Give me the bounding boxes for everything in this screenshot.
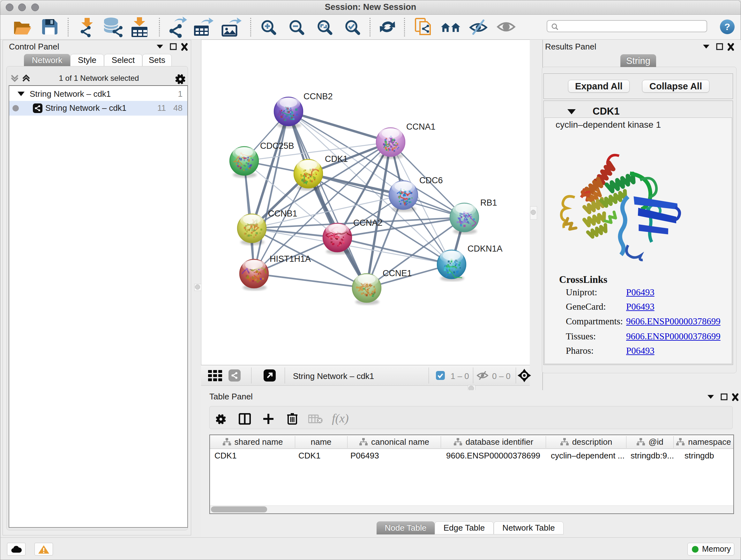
svg-text:CCNE1: CCNE1	[383, 268, 412, 278]
svg-text:CCNA1: CCNA1	[406, 122, 435, 132]
svg-text:CCNA2: CCNA2	[353, 218, 383, 228]
svg-text:CCNB1: CCNB1	[268, 209, 297, 219]
svg-text:CDKN1A: CDKN1A	[468, 244, 502, 253]
svg-text:RB1: RB1	[480, 198, 497, 207]
svg-text:CDC25B: CDC25B	[260, 141, 294, 151]
svg-text:CDC6: CDC6	[419, 176, 443, 185]
svg-text:CDK1: CDK1	[325, 154, 348, 164]
svg-text:CCNB2: CCNB2	[304, 91, 333, 101]
svg-text:HIST1H1A: HIST1H1A	[270, 254, 311, 264]
